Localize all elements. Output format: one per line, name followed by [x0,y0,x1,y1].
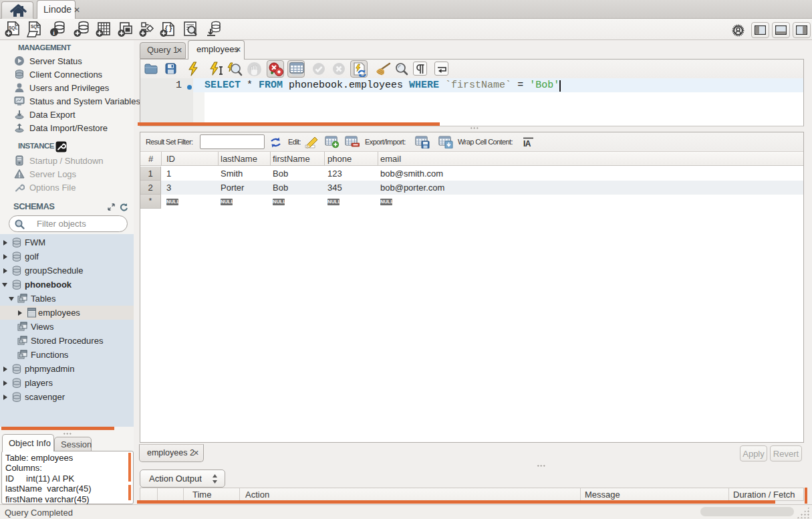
svg-text:IA: IA [523,139,531,148]
svg-text:SQL: SQL [31,24,39,29]
